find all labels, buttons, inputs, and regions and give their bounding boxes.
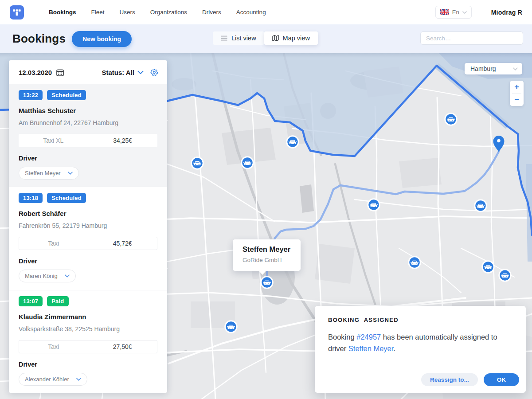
page-title: Bookings (12, 32, 66, 46)
settings-gear-icon[interactable] (150, 68, 158, 76)
fare-summary: Taxi XL 34,25€ (19, 134, 157, 147)
city-select[interactable]: Hamburg (465, 63, 522, 74)
date-value: 12.03.2020 (19, 69, 52, 76)
logo-t-icon (12, 8, 22, 17)
driver-section-label: Driver (19, 155, 157, 162)
chevron-down-icon (462, 11, 467, 14)
reassign-button[interactable]: Reassign to... (421, 373, 478, 386)
date-picker[interactable]: 12.03.2020 (19, 69, 64, 76)
nav-item-bookings[interactable]: Bookings (49, 9, 76, 16)
chevron-down-icon (513, 67, 518, 70)
page-header: Bookings New booking List view Map view (0, 24, 532, 53)
driver-section-label: Driver (19, 361, 157, 368)
popup-driver-name: Steffen Meyer (243, 245, 301, 254)
status-filter-value: Status: All (102, 69, 134, 76)
search-input[interactable] (420, 31, 523, 45)
top-navigation: Bookings Fleet Users Organizations Drive… (0, 0, 532, 24)
driver-name-link[interactable]: Steffen Meyer (348, 344, 394, 352)
view-toggle: List view Map view (213, 31, 318, 45)
fare-price: 27,50€ (88, 343, 157, 350)
zoom-in-button[interactable]: + (510, 81, 524, 93)
booking-card[interactable]: 13:18 Scheduled Robert Schäfer Fahrenkrö… (9, 187, 167, 289)
pickup-address: Volksparkstraße 38, 22525 Hamburg (19, 325, 157, 332)
time-badge: 13:18 (19, 193, 43, 203)
app-logo[interactable] (10, 5, 24, 20)
taxi-marker-icon[interactable] (409, 257, 420, 268)
taxi-marker-icon[interactable] (242, 157, 253, 168)
map-icon (272, 35, 279, 41)
taxi-marker-icon[interactable] (368, 199, 379, 211)
chevron-down-icon (65, 274, 70, 278)
vehicle-type: Taxi (19, 343, 88, 350)
driver-select-dropdown[interactable]: Alexander Köhler (19, 373, 87, 386)
city-select-value: Hamburg (470, 65, 513, 72)
dialog-title: BOOKING ASSIGNED (315, 306, 526, 323)
fare-summary: Taxi 45,72€ (19, 237, 157, 250)
driver-select-value: Steffen Meyer (25, 170, 61, 176)
nav-item-users[interactable]: Users (120, 9, 135, 16)
taxi-marker-icon[interactable] (261, 277, 273, 288)
driver-select-value: Alexander Köhler (25, 376, 69, 383)
ok-button[interactable]: OK (484, 373, 519, 386)
dialog-footer: Reassign to... OK (315, 366, 526, 393)
booking-card[interactable]: 13:07 Paid Klaudia Zimmermann Volksparks… (9, 290, 167, 393)
dialog-message: Booking #24957 has been automatically as… (315, 323, 523, 354)
language-selector[interactable]: En (435, 6, 472, 19)
status-badge: Scheduled (47, 90, 86, 100)
pickup-address: Fahrenkrön 55, 22179 Hamburg (19, 222, 157, 229)
nav-item-organizations[interactable]: Organizations (150, 9, 187, 16)
nav-item-fleet[interactable]: Fleet (91, 9, 105, 16)
map-canvas[interactable]: Hamburg + − Steffen Meyer GoRide GmbH 12… (0, 53, 532, 399)
bookings-panel: 12.03.2020 Status: All 13:22 Scheduled (9, 60, 167, 393)
driver-map-popup: Steffen Meyer GoRide GmbH (233, 239, 301, 271)
taxi-marker-icon[interactable] (192, 157, 203, 169)
taxi-marker-icon[interactable] (482, 261, 494, 273)
vehicle-type: Taxi (19, 240, 88, 247)
time-badge: 13:22 (19, 90, 43, 100)
panel-header: 12.03.2020 Status: All (9, 60, 167, 84)
time-badge: 13:07 (19, 296, 43, 306)
booking-card[interactable]: 13:22 Scheduled Matthias Schuster Am Bru… (9, 84, 167, 187)
driver-select-dropdown[interactable]: Steffen Meyer (19, 167, 79, 180)
status-badge: Scheduled (47, 193, 86, 203)
map-zoom-control: + − (510, 81, 524, 106)
nav-item-accounting[interactable]: Accounting (236, 9, 266, 16)
driver-section-label: Driver (19, 258, 157, 265)
vehicle-type: Taxi XL (19, 137, 88, 144)
list-view-button[interactable]: List view (213, 31, 264, 45)
chevron-down-icon (137, 70, 144, 74)
language-label: En (452, 9, 459, 16)
status-badge: Paid (47, 296, 68, 306)
booking-assigned-dialog: BOOKING ASSIGNED Booking #24957 has been… (315, 306, 526, 393)
taxi-marker-icon[interactable] (225, 321, 237, 332)
uk-flag-icon (440, 9, 449, 15)
fare-price: 34,25€ (88, 137, 158, 144)
fare-price: 45,72€ (88, 240, 157, 247)
driver-select-value: Maren König (25, 273, 58, 279)
taxi-marker-icon[interactable] (475, 200, 486, 211)
chevron-down-icon (76, 378, 81, 381)
chevron-down-icon (68, 172, 73, 175)
customer-name: Matthias Schuster (19, 107, 157, 114)
taxi-marker-icon[interactable] (499, 270, 511, 281)
fare-summary: Taxi 27,50€ (19, 340, 157, 353)
pickup-address: Am Brunnenhof 24, 22767 Hamburg (19, 119, 157, 126)
nav-item-drivers[interactable]: Drivers (202, 9, 221, 16)
list-icon (221, 35, 227, 41)
calendar-icon (56, 69, 64, 76)
customer-name: Robert Schäfer (19, 210, 157, 217)
driver-select-dropdown[interactable]: Maren König (19, 270, 76, 282)
booking-id-link[interactable]: #24957 (356, 333, 381, 341)
zoom-out-button[interactable]: − (510, 94, 524, 106)
taxi-marker-icon[interactable] (287, 136, 298, 148)
map-view-button[interactable]: Map view (264, 31, 318, 45)
taxi-marker-icon[interactable] (445, 113, 457, 125)
new-booking-button[interactable]: New booking (72, 31, 132, 47)
popup-company: GoRide GmbH (243, 257, 301, 263)
main-nav: Bookings Fleet Users Organizations Drive… (49, 9, 266, 16)
customer-name: Klaudia Zimmermann (19, 313, 157, 321)
status-filter-dropdown[interactable]: Status: All (102, 69, 144, 76)
user-menu[interactable]: Miodrag R (491, 9, 522, 16)
